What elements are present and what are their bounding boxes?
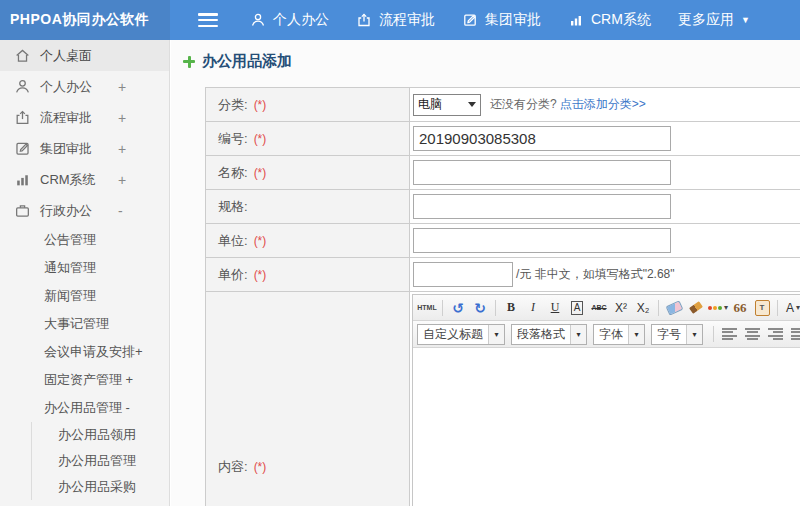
- emoticon-icon[interactable]: ▾: [707, 298, 729, 318]
- sidebar-item-announcement-mgmt[interactable]: 公告管理: [0, 226, 169, 254]
- name-input[interactable]: [413, 160, 671, 185]
- unit-value-cell: [410, 224, 800, 257]
- price-format-hint: /元 非中文，如填写格式"2.68": [516, 266, 675, 283]
- strikethrough-button[interactable]: ABC: [588, 298, 610, 318]
- number-input[interactable]: [413, 126, 671, 151]
- bold-button[interactable]: B: [500, 298, 522, 318]
- align-right-icon[interactable]: [768, 328, 783, 340]
- font-color-glyph: A: [786, 301, 794, 315]
- superscript-button[interactable]: X²: [610, 298, 632, 318]
- caret-down-icon: ▾: [488, 325, 504, 344]
- toolbar-separator: [442, 300, 443, 316]
- sidebar-item-fixed-assets-mgmt[interactable]: 固定资产管理 +: [0, 366, 169, 394]
- field-label: 分类:: [218, 96, 248, 114]
- nav-personal-office[interactable]: 个人办公: [250, 11, 329, 29]
- price-value-cell: /元 非中文，如填写格式"2.68": [410, 258, 800, 291]
- sidebar-item-personal-desktop[interactable]: 个人桌面: [0, 40, 169, 71]
- underline-button[interactable]: U: [544, 298, 566, 318]
- form-row-number: 编号: (*): [206, 122, 800, 156]
- align-center-icon[interactable]: [745, 328, 760, 340]
- caret-down-icon: ▾: [628, 325, 644, 344]
- sidebar-item-process-approval[interactable]: 流程审批 +: [0, 102, 169, 133]
- blockquote-icon[interactable]: 66: [729, 298, 751, 318]
- italic-button[interactable]: I: [522, 298, 544, 318]
- office-supplies-submenu: 办公用品领用 办公用品管理 办公用品采购: [31, 422, 169, 500]
- edit-icon: [462, 12, 478, 28]
- sub-item-label: 会议申请及安排+: [44, 343, 143, 361]
- sub-item-label: 固定资产管理 +: [44, 371, 133, 389]
- sidebar-item-meeting-mgmt[interactable]: 会议申请及安排+: [0, 338, 169, 366]
- toolbar-separator: [495, 300, 496, 316]
- sidebar-item-admin-office[interactable]: 行政办公 -: [0, 195, 169, 226]
- form-row-spec: 规格:: [206, 190, 800, 224]
- nav-process-approval[interactable]: 流程审批: [356, 11, 435, 29]
- sidebar-item-supplies-requisition[interactable]: 办公用品领用: [32, 422, 169, 448]
- number-label-cell: 编号: (*): [206, 122, 410, 155]
- paste-table-icon[interactable]: T: [751, 298, 773, 318]
- caret-down-icon: ▾: [724, 303, 728, 312]
- font-size-select[interactable]: 字号 ▾: [651, 324, 703, 345]
- caret-down-icon: ▾: [796, 303, 800, 312]
- align-justify-icon[interactable]: [791, 328, 800, 340]
- subscript-button[interactable]: X₂: [632, 298, 654, 318]
- sidebar-item-personal-office[interactable]: 个人办公 +: [0, 71, 169, 102]
- form-row-price: 单价: (*) /元 非中文，如填写格式"2.68": [206, 258, 800, 292]
- category-selected-value: 电脑: [418, 96, 442, 113]
- sidebar-item-group-approval[interactable]: 集团审批 +: [0, 133, 169, 164]
- field-label: 名称:: [218, 164, 248, 182]
- chart-icon: [14, 171, 31, 188]
- format-brush-icon[interactable]: [685, 298, 707, 318]
- sub-item-label: 大事记管理: [44, 315, 109, 333]
- field-label: 规格:: [218, 198, 248, 216]
- font-color-icon[interactable]: A ▾: [782, 298, 800, 318]
- font-border-button[interactable]: A: [566, 298, 588, 318]
- required-mark: (*): [254, 98, 267, 112]
- font-border-glyph: A: [571, 301, 584, 315]
- category-hint: 还没有分类?: [490, 96, 557, 113]
- caret-down-icon: ▾: [686, 325, 702, 344]
- field-label: 编号:: [218, 130, 248, 148]
- nav-label: 更多应用: [678, 11, 734, 29]
- sidebar-item-supplies-purchase[interactable]: 办公用品采购: [32, 474, 169, 500]
- sidebar-item-label: 个人办公: [40, 78, 92, 96]
- html-source-button[interactable]: HTML: [416, 298, 438, 318]
- app-logo[interactable]: PHPOA协同办公软件: [0, 0, 170, 40]
- sidebar-item-news-mgmt[interactable]: 新闻管理: [0, 282, 169, 310]
- paragraph-format-select[interactable]: 段落格式 ▾: [511, 324, 587, 345]
- spec-label-cell: 规格:: [206, 190, 410, 223]
- sidebar-item-crm-system[interactable]: CRM系统 +: [0, 164, 169, 195]
- sidebar: 个人桌面 个人办公 + 流程审批 + 集团审批 +: [0, 40, 170, 506]
- main-content: 办公用品添加 分类: (*) 电脑 还没有分类? 点击添加分类>> 编号: (*…: [171, 40, 800, 506]
- rich-text-editor: HTML ↺ ↻ B I U A ABC X² X₂: [412, 294, 800, 506]
- font-family-select[interactable]: 字体 ▾: [593, 324, 645, 345]
- user-icon: [14, 78, 31, 95]
- custom-title-select[interactable]: 自定义标题 ▾: [417, 324, 505, 345]
- nav-label: 个人办公: [273, 11, 329, 29]
- sidebar-item-office-supplies-mgmt[interactable]: 办公用品管理 -: [0, 394, 169, 422]
- redo-button[interactable]: ↻: [469, 298, 491, 318]
- undo-button[interactable]: ↺: [447, 298, 469, 318]
- caret-down-icon: ▾: [570, 325, 586, 344]
- spec-input[interactable]: [413, 194, 671, 219]
- sidebar-item-notice-mgmt[interactable]: 通知管理: [0, 254, 169, 282]
- sidebar-item-memorabilia-mgmt[interactable]: 大事记管理: [0, 310, 169, 338]
- expand-plus-icon: +: [118, 110, 126, 126]
- nav-group-approval[interactable]: 集团审批: [462, 11, 541, 29]
- editor-content-area[interactable]: [413, 348, 800, 506]
- hamburger-icon[interactable]: [198, 13, 218, 27]
- select-label: 段落格式: [512, 326, 570, 343]
- sub-item-label: 公告管理: [44, 231, 96, 249]
- form-row-category: 分类: (*) 电脑 还没有分类? 点击添加分类>>: [206, 88, 800, 122]
- expand-plus-icon: +: [118, 79, 126, 95]
- caret-down-icon: [468, 102, 476, 107]
- category-select[interactable]: 电脑: [413, 94, 481, 116]
- chart-icon: [568, 12, 584, 28]
- sidebar-item-supplies-manage[interactable]: 办公用品管理: [32, 448, 169, 474]
- align-left-icon[interactable]: [722, 328, 737, 340]
- add-category-link[interactable]: 点击添加分类>>: [560, 96, 646, 113]
- eraser-icon[interactable]: [663, 298, 685, 318]
- unit-input[interactable]: [413, 228, 671, 253]
- price-input[interactable]: [413, 262, 513, 287]
- nav-more-apps[interactable]: 更多应用 ▼: [678, 11, 750, 29]
- nav-crm-system[interactable]: CRM系统: [568, 11, 651, 29]
